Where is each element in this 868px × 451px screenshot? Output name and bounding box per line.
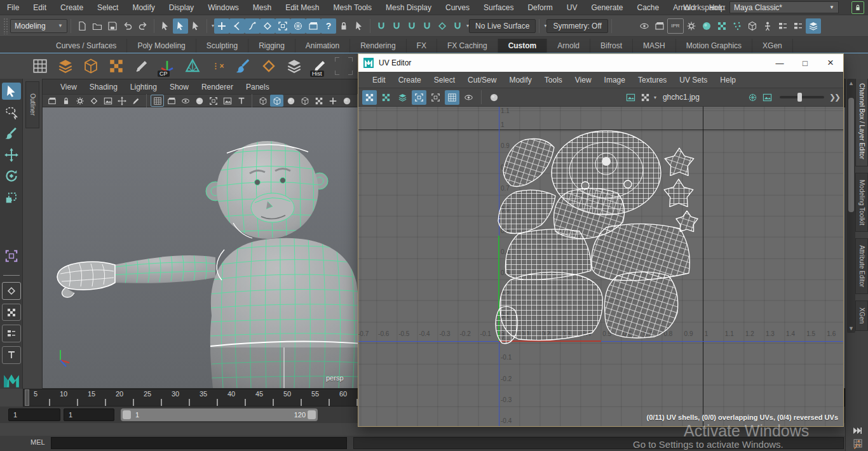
sidebar-panel-tab[interactable]: Attribute Editor [855, 238, 868, 294]
grease-pencil-icon[interactable] [129, 95, 142, 107]
main-menu-item[interactable]: Cache [630, 0, 666, 15]
open-scene-button[interactable] [90, 18, 105, 34]
uv-editor-menu-item[interactable]: Help [714, 72, 742, 88]
main-menu-item[interactable]: Mesh [246, 0, 278, 15]
asset-cube-button[interactable] [745, 18, 760, 34]
snap-to-projected-center-button[interactable] [260, 18, 275, 34]
main-menu-item[interactable]: Edit [26, 0, 53, 15]
uv-editor-menu-item[interactable]: Edit [366, 72, 392, 88]
grid-toggle-icon[interactable] [151, 95, 164, 107]
layout-single-pane-button[interactable] [2, 282, 21, 300]
command-line-input[interactable] [51, 437, 347, 449]
wireframe-mode-icon[interactable] [256, 95, 269, 107]
snap-to-curve-button[interactable] [229, 18, 245, 34]
ipr-render-button[interactable]: IPR [667, 18, 684, 34]
texture-dropdown-caret[interactable]: ▾ [654, 95, 656, 100]
viewport-menu-item[interactable]: Lighting [124, 80, 163, 94]
shelf-tab[interactable]: Rendering [350, 39, 406, 53]
uv-border-display-icon[interactable] [412, 90, 426, 105]
paint-brush-shelf-icon[interactable] [233, 55, 254, 77]
parent-constraint-icon[interactable] [435, 18, 450, 34]
uv-editor-menu-item[interactable]: View [569, 72, 598, 88]
viewport-menu-item[interactable]: Renderer [195, 80, 240, 94]
anim-layers-button[interactable] [790, 18, 806, 34]
close-button[interactable]: × [818, 54, 843, 72]
pyramid-shelf-icon[interactable] [182, 55, 203, 77]
snap-to-view-plane-button[interactable] [275, 18, 290, 34]
safe-action-icon[interactable] [220, 95, 234, 107]
bookmark-icon[interactable] [87, 95, 100, 107]
shelf-tab[interactable]: Sculpting [196, 39, 248, 53]
shelf-tab[interactable]: Bifrost [590, 39, 633, 53]
scroll-down-icon[interactable]: ▼ [847, 325, 855, 332]
sidebar-panel-tab[interactable]: Modeling Toolkit [855, 173, 868, 232]
shelf-tab[interactable]: XGen [752, 39, 793, 53]
viewport-menu-item[interactable]: View [54, 80, 83, 94]
redo-button[interactable] [135, 18, 151, 34]
lasso-select-tool[interactable] [2, 104, 21, 121]
uv-editor-canvas[interactable]: -0.7-0.6-0.5-0.4-0.3-0.2-0.100.10.20.30.… [358, 107, 843, 426]
viewport-menu-item[interactable]: Shading [83, 80, 124, 94]
uv-editor-window[interactable]: UV Editor — □ × EditCreateSelectCut/SewM… [358, 53, 844, 427]
select-tool[interactable] [2, 83, 21, 100]
main-menu-item[interactable]: Deform [520, 0, 559, 15]
range-start-handle[interactable] [123, 410, 131, 419]
uv-distortion-shader-icon[interactable] [362, 90, 377, 105]
material-mode-icon[interactable] [298, 95, 311, 107]
snap-to-point-button[interactable] [245, 18, 260, 34]
make-live-button[interactable] [290, 18, 306, 34]
checker-texture-icon[interactable] [312, 95, 325, 107]
minimize-button[interactable]: — [767, 54, 792, 72]
layout-four-pane-button[interactable] [2, 304, 21, 321]
uv-texture-image-icon[interactable] [623, 90, 638, 105]
delete-history-shelf-icon[interactable]: ⋮× [207, 55, 229, 77]
uv-pixel-snap-icon[interactable] [461, 90, 476, 105]
center-pivot-shelf-icon[interactable]: CP [156, 55, 178, 77]
select-hierarchy-button[interactable] [158, 18, 173, 34]
main-menu-item[interactable]: Edit Mesh [278, 0, 326, 15]
paint-select-tool[interactable] [2, 125, 21, 142]
select-object-button[interactable] [173, 18, 188, 34]
outliner-panel-tab[interactable]: Outliner [25, 81, 39, 128]
diamonds-shelf-icon[interactable] [258, 55, 280, 77]
2d-pan-zoom-icon[interactable] [115, 95, 128, 107]
shelf-tab[interactable]: Animation [295, 39, 350, 53]
lighting-toggle-icon[interactable] [326, 95, 339, 107]
save-scene-button[interactable] [105, 18, 120, 34]
layout-outliner-pane-button[interactable] [2, 346, 21, 364]
shadows-toggle-icon[interactable] [340, 95, 353, 107]
layout-two-pane-button[interactable] [2, 325, 21, 342]
select-component-button[interactable] [188, 18, 203, 34]
image-ratio-icon[interactable] [760, 90, 775, 105]
scale-tool[interactable] [2, 189, 21, 206]
uv-texture-border-icon[interactable] [428, 90, 443, 105]
main-menu-item[interactable]: Select [90, 0, 125, 15]
film-gate-icon[interactable] [165, 95, 178, 107]
main-menu-item[interactable]: Modify [125, 0, 161, 15]
viewport-menu-item[interactable]: Show [163, 80, 195, 94]
workspace-lock-button[interactable] [851, 1, 864, 14]
shelf-tab[interactable]: Arnold [547, 39, 590, 53]
main-menu-item[interactable]: Curves [438, 0, 477, 15]
new-scene-button[interactable] [74, 18, 90, 34]
uv-editor-menu-item[interactable]: Image [598, 72, 632, 88]
pole-vector-icon[interactable] [450, 18, 465, 34]
channel-box-scrollbar[interactable]: ▲ ▼ [847, 79, 855, 333]
camera-attributes-icon[interactable] [73, 95, 86, 107]
toolbar-grip[interactable] [3, 18, 8, 34]
uv-editor-menu-item[interactable]: Tools [538, 72, 569, 88]
uv-layout-icon[interactable] [379, 90, 393, 105]
main-menu-item[interactable]: Create [53, 0, 90, 15]
texture-editor-button[interactable] [714, 18, 729, 34]
main-menu-item[interactable]: Generate [584, 0, 630, 15]
shelf-tab[interactable]: FX Caching [437, 39, 498, 53]
main-menu-item[interactable]: Surfaces [477, 0, 520, 15]
render-current-frame-button[interactable] [652, 18, 667, 34]
history-pencil-shelf-icon[interactable]: Hist [309, 55, 330, 77]
uv-editor-menu-item[interactable]: Cut/Sew [461, 72, 503, 88]
command-line-mode-label[interactable]: MEL [31, 438, 45, 446]
snap-to-grid-button[interactable] [214, 18, 229, 34]
symmetry-field[interactable]: Symmetry: Off [546, 19, 607, 33]
render-flag-button[interactable] [306, 18, 321, 34]
uv-editor-menu-item[interactable]: Textures [632, 72, 673, 88]
